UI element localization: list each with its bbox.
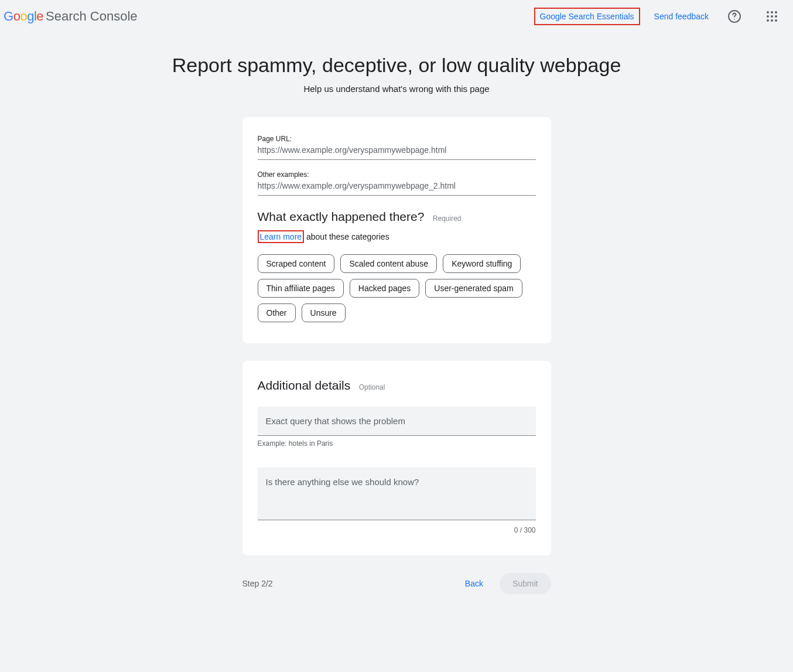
page-url-label: Page URL: — [258, 135, 536, 143]
anything-else-textarea[interactable] — [258, 468, 536, 520]
what-happened-title: What exactly happened there? — [258, 210, 425, 223]
help-icon[interactable] — [723, 5, 746, 28]
svg-point-8 — [767, 19, 769, 22]
svg-point-6 — [771, 15, 773, 18]
apps-grid-icon[interactable] — [760, 5, 784, 28]
query-helper-text: Example: hotels in Paris — [258, 439, 536, 448]
chip-thin-affiliate-pages[interactable]: Thin affiliate pages — [258, 279, 344, 298]
product-name: Search Console — [46, 9, 138, 24]
chip-scraped-content[interactable]: Scraped content — [258, 254, 335, 273]
required-badge: Required — [433, 214, 462, 223]
back-button[interactable]: Back — [458, 574, 490, 593]
logo-section: Google Search Console — [4, 9, 138, 24]
send-feedback-link[interactable]: Send feedback — [654, 12, 709, 21]
learn-more-link[interactable]: Learn more — [258, 230, 305, 243]
other-examples-value: https://www.example.org/veryspammywebpag… — [258, 181, 536, 196]
footer-actions: Back Submit — [458, 573, 551, 594]
learn-more-text: about these categories — [304, 232, 389, 241]
chip-user-generated-spam[interactable]: User-generated spam — [425, 279, 522, 298]
svg-point-7 — [775, 15, 777, 18]
section-header: What exactly happened there? Required — [258, 210, 536, 224]
report-card: Page URL: https://www.example.org/verysp… — [242, 117, 551, 343]
main-content: Report spammy, deceptive, or low quality… — [139, 33, 654, 618]
svg-point-5 — [767, 15, 769, 18]
additional-details-title: Additional details — [258, 378, 351, 392]
exact-query-input[interactable] — [258, 407, 536, 436]
chip-other[interactable]: Other — [258, 303, 296, 322]
chip-hacked-pages[interactable]: Hacked pages — [350, 279, 420, 298]
svg-point-4 — [775, 11, 777, 13]
section-header-2: Additional details Optional — [258, 378, 536, 393]
char-counter: 0 / 300 — [258, 526, 536, 534]
search-essentials-link[interactable]: Google Search Essentials — [534, 8, 640, 25]
chip-keyword-stuffing[interactable]: Keyword stuffing — [443, 254, 521, 273]
svg-point-10 — [775, 19, 777, 22]
page-url-value: https://www.example.org/veryspammywebpag… — [258, 145, 536, 160]
submit-button[interactable]: Submit — [500, 573, 551, 594]
category-chips: Scraped content Scaled content abuse Key… — [258, 254, 536, 322]
additional-details-card: Additional details Optional Example: hot… — [242, 361, 551, 555]
footer-row: Step 2/2 Back Submit — [242, 573, 551, 618]
page-subtitle: Help us understand what's wrong with thi… — [139, 84, 654, 94]
page-title: Report spammy, deceptive, or low quality… — [139, 54, 654, 77]
svg-point-9 — [771, 19, 773, 22]
app-header: Google Search Console Google Search Esse… — [0, 0, 793, 33]
header-right: Google Search Essentials Send feedback — [534, 5, 784, 28]
optional-badge: Optional — [359, 383, 385, 391]
chip-unsure[interactable]: Unsure — [302, 303, 346, 322]
google-logo: Google — [4, 9, 43, 24]
chip-scaled-content-abuse[interactable]: Scaled content abuse — [340, 254, 437, 273]
step-indicator: Step 2/2 — [242, 579, 273, 588]
svg-point-1 — [734, 19, 735, 20]
svg-point-3 — [771, 11, 773, 13]
other-examples-label: Other examples: — [258, 170, 536, 179]
svg-point-2 — [767, 11, 769, 13]
learn-more-row: Learn more about these categories — [258, 232, 536, 241]
